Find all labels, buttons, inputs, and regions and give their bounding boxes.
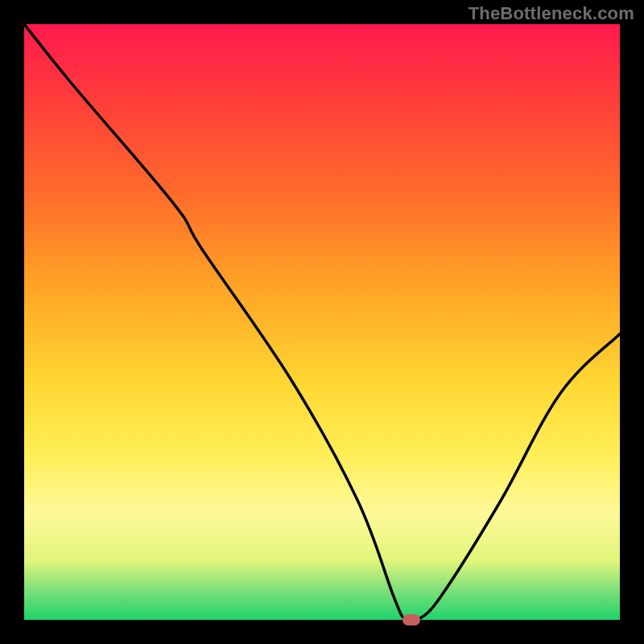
plot-area bbox=[24, 24, 620, 620]
bottleneck-curve bbox=[24, 24, 620, 620]
chart-frame: TheBottleneck.com bbox=[0, 0, 644, 644]
optimal-marker bbox=[402, 614, 420, 625]
watermark-text: TheBottleneck.com bbox=[469, 3, 634, 24]
